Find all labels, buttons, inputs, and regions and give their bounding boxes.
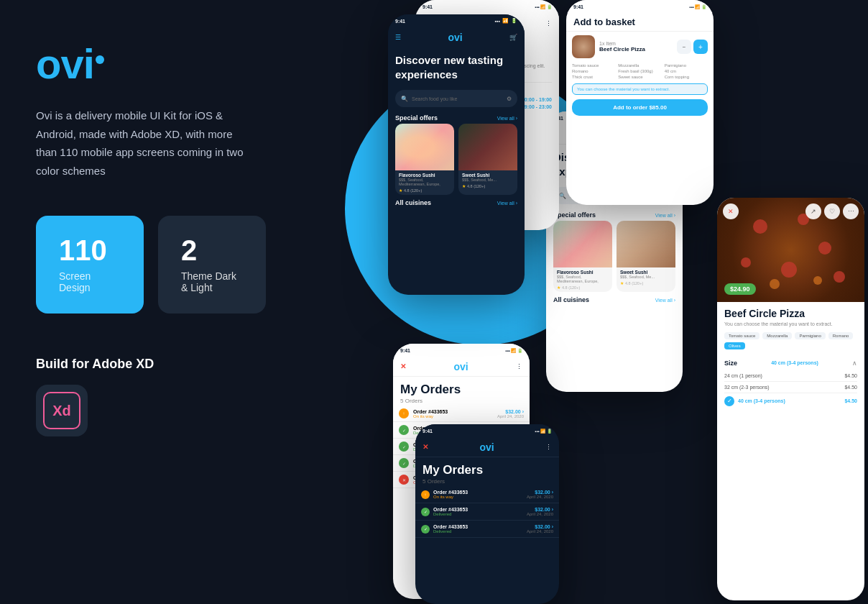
dark-order-date-1: April 24, 2020 — [527, 495, 553, 499]
pizza-image: ✕ ↗ ♡ ⋯ $24.90 — [717, 198, 864, 302]
dark-order-status-2: Delivered — [433, 512, 523, 516]
all-cuisines-2: All cuisines View all › — [546, 292, 683, 306]
logo-orders: ovi — [453, 361, 468, 372]
food-img-1 — [395, 124, 454, 170]
order-info-1: Order #433653 On its way — [413, 409, 493, 418]
food-card-1[interactable]: Flavoroso Sushi $$$, Seafood, Mediterran… — [395, 124, 454, 195]
special-offers-label-1: Special offers — [395, 114, 438, 122]
orders-title: My Orders — [400, 383, 522, 397]
size-title: Size — [724, 360, 737, 367]
statusbar-dark-orders: 9:41 ▪▪▪ 📶 🔋 — [415, 424, 559, 437]
basket-header: Add to basket — [566, 13, 714, 32]
svg-point-6 — [770, 279, 780, 289]
svg-point-3 — [741, 257, 751, 267]
dark-order-status-3: Delivered — [433, 529, 523, 534]
dark-orders-title: My Orders — [423, 463, 552, 477]
screens-label: Screen Design — [59, 270, 121, 293]
size-collapse-btn[interactable]: ∧ — [852, 360, 857, 367]
food-name-2: Sweet Sushi — [462, 173, 514, 178]
dark-order-status-1: On its way — [433, 495, 523, 499]
themes-stat: 2 Theme Dark & Light — [158, 216, 266, 314]
dark-order-row-2[interactable]: ✓ Order #433653 Delivered $32.00 › April… — [415, 503, 559, 521]
search-placeholder-1: Search food you like — [412, 96, 457, 101]
dark-logo: ovi — [479, 441, 494, 453]
food-card-light-1[interactable]: Flavoroso Sushi $$$, Seafood, Mediterran… — [553, 221, 612, 292]
dark-order-info-2: Order #433653 Delivered — [433, 507, 523, 516]
logo: ovi — [36, 43, 266, 85]
food-name-1: Flavoroso Sushi — [399, 173, 451, 178]
size-row-2[interactable]: 32 cm (2-3 persons) $4.50 — [724, 382, 857, 393]
dark-dot-2: ✓ — [421, 508, 430, 516]
time-1: 9:41 — [395, 19, 405, 24]
food-card-2[interactable]: Sweet Sushi $$$, Seafood, Me... ★ 4.8 (1… — [458, 124, 517, 195]
dark-order-row-1[interactable]: ↑ Order #433653 On its way $32.00 › Apri… — [415, 486, 559, 503]
order-row-1[interactable]: ↑ Order #433653 On its way $32.00 › Apri… — [393, 406, 530, 422]
pizza-favorite-btn[interactable]: ♡ — [824, 203, 840, 219]
size-row-3-left: ✓ 40 cm (3-4 persons) — [724, 396, 785, 406]
tag-romano: Romano — [828, 332, 854, 339]
size-row-1[interactable]: 24 cm (1 person) $4.50 — [724, 370, 857, 382]
build-label: Build for Adobe XD — [36, 357, 266, 372]
pizza-close-btn[interactable]: ✕ — [723, 203, 739, 219]
nav-1: ☰ ovi 🛒 — [388, 27, 525, 47]
app-description: Ovi is a delivery mobile UI Kit for iOS … — [36, 106, 251, 180]
material-note: You can choose the material you want to … — [572, 83, 708, 95]
statusbar-basket: 9:41 ▪▪▪ 📶 🔋 — [566, 0, 714, 13]
dark-order-date-3: April 24, 2020 — [527, 529, 553, 534]
dark-order-row-3[interactable]: ✓ Order #433653 Delivered $32.00 › April… — [415, 521, 559, 538]
phone-dark-orders: 9:41 ▪▪▪ 📶 🔋 ✕ ovi ⋮ My Orders 5 Orders … — [415, 424, 559, 604]
svg-point-5 — [834, 271, 845, 283]
dark-orders-count: 5 Orders — [423, 478, 552, 485]
view-all-1[interactable]: View all › — [497, 116, 517, 121]
order-num-1: Order #433653 — [413, 409, 493, 414]
pizza-tags: Tomato sauce Mozzarella Parmigiano Roman… — [724, 332, 857, 349]
food-rating-1: ★ 4.8 (120+) — [399, 188, 451, 193]
food-info-1: Flavoroso Sushi $$$, Seafood, Mediterran… — [395, 170, 454, 195]
basket-item: 1x Item Beef Circle Pizza − + — [566, 32, 714, 62]
pizza-price-badge: $24.90 — [724, 283, 756, 295]
pizza-details: Beef Circle Pizza You can choose the mat… — [717, 302, 864, 360]
all-cuisines-header: All cuisines View all › — [388, 195, 525, 209]
dark-close-btn[interactable]: ✕ — [423, 443, 428, 451]
pizza-more-btn[interactable]: ⋯ — [843, 203, 859, 219]
all-cuisines-label: All cuisines — [395, 199, 431, 206]
dark-order-info-1: Order #433653 On its way — [433, 490, 523, 499]
size-row-3[interactable]: ✓ 40 cm (3-4 persons) $4.50 — [724, 393, 857, 409]
svg-point-0 — [753, 219, 767, 234]
dark-dot-1: ↑ — [421, 490, 430, 499]
basket-add-btn[interactable]: + — [693, 40, 708, 54]
order-status-dot-1: ↑ — [399, 408, 409, 418]
statusbar-rest: 9:41 ▪▪▪ 📶 🔋 — [415, 0, 559, 13]
search-bar-1[interactable]: 🔍 Search food you like ⚙ — [395, 90, 517, 107]
size-check-3: ✓ — [724, 396, 734, 406]
add-to-order-button[interactable]: Add to order $85.00 — [572, 99, 708, 116]
order-status-dot-5: ✕ — [399, 475, 409, 485]
pizza-share-btn[interactable]: ↗ — [805, 203, 821, 219]
special-offers-header-1: Special offers View all › — [388, 110, 525, 124]
pizza-name: Beef Circle Pizza — [724, 308, 857, 319]
svg-point-4 — [781, 262, 797, 278]
dark-orders-title-section: My Orders 5 Orders — [415, 457, 559, 486]
food-card-light-2[interactable]: Sweet Sushi $$$, Seafood, Me... ★ 4.8 (1… — [617, 221, 675, 292]
basket-item-details: 1x Item Beef Circle Pizza — [599, 41, 673, 52]
view-all-cuisines[interactable]: View all › — [497, 201, 517, 206]
dark-order-amount-3: $32.00 › — [527, 524, 553, 529]
dark-orders-nav: ✕ ovi ⋮ — [415, 437, 559, 457]
close-orders[interactable]: ✕ — [400, 362, 406, 370]
basket-item-name: Beef Circle Pizza — [599, 46, 673, 52]
basket-item-count: 1x Item — [599, 41, 673, 46]
pizza-desc: You can choose the material you want to … — [724, 321, 857, 328]
phone-dark-discover: 9:41 ▪▪▪ 📶 🔋 ☰ ovi 🛒 Discover new tastin… — [388, 14, 525, 295]
tag-parm: Parmigiano — [795, 332, 825, 339]
order-right-1: $32.00 › April 24, 2020 — [497, 409, 524, 418]
xd-label: Xd — [52, 403, 71, 419]
size-active-label: 40 cm (3-4 persons) — [771, 360, 818, 365]
orders-nav: ✕ ovi ⋮ — [393, 357, 530, 377]
mt-hours: 10:00 - 19:00 — [522, 97, 552, 102]
svg-point-7 — [813, 276, 822, 285]
order-date-1: April 24, 2020 — [497, 414, 524, 418]
food-rating-2: ★ 4.8 (120+) — [462, 183, 514, 188]
food-cards-1: Flavoroso Sushi $$$, Seafood, Mediterran… — [388, 124, 525, 195]
basket-qty-btn[interactable]: − — [677, 40, 691, 54]
basket-title: Add to basket — [573, 17, 706, 27]
